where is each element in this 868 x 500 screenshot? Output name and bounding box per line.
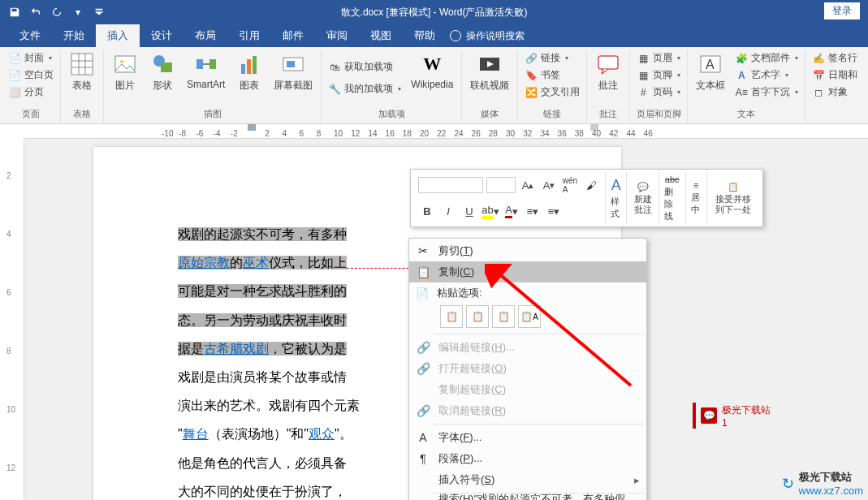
shapes-button[interactable]: 形状: [145, 50, 180, 106]
bookmark-button[interactable]: 🔖书签: [521, 67, 583, 84]
customize-qat-icon[interactable]: [89, 2, 109, 22]
numbering-button[interactable]: ≡▾: [545, 202, 563, 220]
group-addins: 🛍获取加载项 🔧我的加载项▾ WWikipedia 加载项: [322, 50, 462, 123]
undo-icon[interactable]: [26, 2, 45, 22]
tab-help[interactable]: 帮助: [403, 24, 447, 48]
wordart-button[interactable]: A艺术字▾: [732, 67, 801, 84]
title-bar: ▾ 散文.docx [兼容模式] - Word(产品激活失败) 登录: [0, 0, 868, 24]
crossref-button[interactable]: 🔀交叉引用: [521, 84, 583, 101]
wikipedia-button[interactable]: WWikipedia: [406, 50, 458, 106]
tab-insert[interactable]: 插入: [96, 24, 140, 48]
paste-picture[interactable]: 📋: [492, 305, 515, 328]
vertical-ruler[interactable]: 24681012: [0, 139, 24, 500]
tell-me-search[interactable]: 操作说明搜索: [447, 29, 525, 43]
tab-mailings[interactable]: 邮件: [271, 24, 315, 48]
tab-review[interactable]: 审阅: [315, 24, 359, 48]
comment-button[interactable]: 批注: [590, 50, 626, 106]
svg-point-6: [120, 60, 123, 63]
horizontal-ruler[interactable]: -10-8-6-4-224681012141618202224262830323…: [24, 124, 868, 139]
svg-rect-13: [253, 56, 257, 74]
remove-link-icon: 🔗: [416, 403, 430, 418]
link-stage[interactable]: 舞台: [183, 427, 209, 441]
link-religion[interactable]: 原始宗教: [178, 256, 230, 269]
tab-home[interactable]: 开始: [52, 24, 96, 48]
page-break-button[interactable]: ⬜分页: [5, 84, 57, 101]
link-audience[interactable]: 观众: [309, 427, 335, 441]
svg-rect-17: [598, 56, 618, 69]
object-button[interactable]: ◻对象: [809, 84, 861, 101]
datetime-button[interactable]: 📅日期和: [809, 67, 861, 84]
phonetic-button[interactable]: wénA: [561, 176, 579, 194]
styles-button[interactable]: A样式: [606, 172, 627, 224]
save-icon[interactable]: [5, 2, 24, 22]
ctx-font[interactable]: A字体(F)...: [409, 427, 646, 448]
chart-button[interactable]: 图表: [231, 50, 267, 106]
footer-button[interactable]: ▦页脚▾: [633, 67, 684, 84]
comment-author: 极光下载站: [722, 403, 771, 417]
shapes-icon: [149, 51, 175, 77]
page-number-button[interactable]: #页码▾: [633, 84, 684, 101]
tab-layout[interactable]: 布局: [184, 24, 227, 48]
blank-page-icon: 📄: [8, 69, 21, 82]
tab-view[interactable]: 视图: [359, 24, 403, 48]
underline-button[interactable]: U: [460, 202, 478, 220]
blank-page-button[interactable]: 📄空白页: [5, 67, 57, 84]
touch-mode-icon[interactable]: ▾: [68, 2, 88, 22]
smartart-button[interactable]: SmartArt: [182, 50, 230, 106]
italic-button[interactable]: I: [439, 202, 457, 220]
tab-design[interactable]: 设计: [140, 24, 184, 48]
quick-access-toolbar: ▾: [0, 2, 109, 22]
pictures-button[interactable]: 图片: [107, 50, 143, 106]
paste-merge-formatting[interactable]: 📋: [466, 305, 489, 328]
link-witchcraft[interactable]: 巫术: [243, 256, 269, 269]
highlight-button[interactable]: ab▾: [482, 202, 499, 220]
grow-font-button[interactable]: A▴: [519, 176, 537, 194]
bullets-button[interactable]: ≡▾: [524, 202, 542, 220]
screenshot-button[interactable]: 屏幕截图: [269, 50, 317, 106]
font-family-combo[interactable]: [418, 177, 483, 193]
header-button[interactable]: ▦页眉▾: [633, 50, 684, 67]
ctx-cut[interactable]: ✂剪切(T): [409, 240, 646, 261]
tab-references[interactable]: 引用: [227, 24, 271, 48]
table-button[interactable]: 表格: [64, 50, 100, 106]
open-link-icon: 🔗: [416, 361, 430, 376]
group-pages: 📄封面▾ 📄空白页 ⬜分页 页面: [2, 50, 61, 123]
get-addins-button[interactable]: 🛍获取加载项: [325, 58, 404, 75]
signature-button[interactable]: ✍签名行: [809, 50, 861, 67]
strikethrough-button[interactable]: abc删除线: [659, 172, 686, 224]
font-color-button[interactable]: A▾: [503, 202, 520, 220]
redo-icon[interactable]: [47, 2, 67, 22]
paste-text-only[interactable]: 📋A: [518, 305, 541, 328]
dropcap-button[interactable]: A≡首字下沉▾: [732, 84, 801, 101]
copy-icon: 📋: [416, 265, 430, 279]
ctx-insert-symbol[interactable]: 插入符号(S)▸: [409, 469, 646, 490]
tab-file[interactable]: 文件: [8, 24, 52, 48]
wordart-icon: A: [735, 69, 748, 82]
center-button[interactable]: ≡居中: [686, 172, 707, 224]
cover-page-button[interactable]: 📄封面▾: [5, 50, 57, 67]
bold-button[interactable]: B: [418, 202, 436, 220]
screenshot-icon: [280, 51, 306, 77]
lightbulb-icon: [450, 30, 461, 41]
link-button[interactable]: 🔗链接▾: [521, 50, 583, 67]
online-video-button[interactable]: 联机视频: [465, 50, 514, 106]
accept-next-button[interactable]: 📋接受并移到下一处: [707, 172, 760, 224]
svg-rect-5: [115, 56, 135, 72]
format-painter-button[interactable]: 🖌: [582, 176, 600, 194]
comment-marker[interactable]: 💬 极光下载站 1: [693, 403, 771, 429]
new-comment-button[interactable]: 💬新建批注: [627, 172, 659, 224]
ctx-copy[interactable]: 📋复制(C): [409, 261, 646, 282]
indent-marker[interactable]: [248, 124, 256, 131]
textbox-button[interactable]: A文本框: [691, 50, 730, 106]
font-size-combo[interactable]: [486, 177, 516, 193]
ctx-paragraph[interactable]: ¶段落(P)...: [409, 448, 646, 469]
my-addins-button[interactable]: 🔧我的加载项▾: [325, 80, 404, 97]
paragraph-icon: ¶: [416, 451, 430, 466]
ctx-search[interactable]: 🔍搜索(H)"戏剧的起源实不可考，有多种假说...: [409, 496, 646, 500]
paste-keep-formatting[interactable]: 📋: [440, 305, 463, 328]
link-greek[interactable]: 古希腊戏剧: [204, 342, 269, 356]
quickparts-button[interactable]: 🧩文档部件▾: [732, 50, 801, 67]
shrink-font-button[interactable]: A▾: [540, 176, 558, 194]
login-button[interactable]: 登录: [824, 2, 860, 19]
link-icon: 🔗: [525, 52, 538, 65]
